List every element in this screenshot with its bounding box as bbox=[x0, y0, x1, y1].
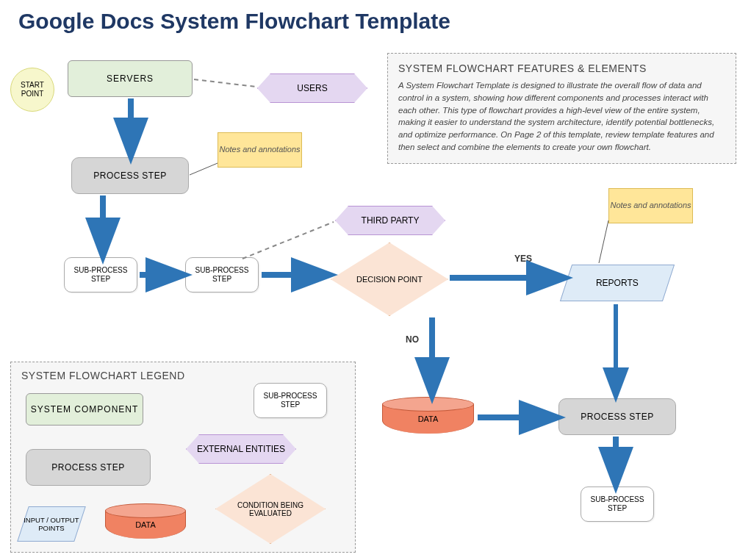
legend-data: DATA bbox=[105, 503, 186, 542]
info-body: A System Flowchart Template is designed … bbox=[398, 79, 725, 153]
no-label: NO bbox=[406, 334, 419, 345]
decision-node: DECISION POINT bbox=[331, 243, 448, 316]
info-title: SYSTEM FLOWCHART FEATURES & ELEMENTS bbox=[398, 61, 725, 76]
process-step-2: PROCESS STEP bbox=[558, 398, 676, 435]
legend-box: SYSTEM FLOWCHART LEGEND SYSTEM COMPONENT… bbox=[10, 362, 356, 553]
data-node: DATA bbox=[382, 397, 474, 437]
legend-process: PROCESS STEP bbox=[26, 449, 151, 486]
data-label: DATA bbox=[418, 414, 439, 423]
reports-node: REPORTS bbox=[566, 265, 669, 301]
process-step-1: PROCESS STEP bbox=[71, 157, 189, 194]
sub-process-1: SUB-PROCESS STEP bbox=[64, 257, 137, 292]
svg-line-3 bbox=[190, 163, 218, 175]
legend-cond-label: CONDITION BEING EVALUATED bbox=[216, 501, 325, 517]
info-box: SYSTEM FLOWCHART FEATURES & ELEMENTS A S… bbox=[387, 53, 736, 164]
yes-label: YES bbox=[514, 254, 532, 264]
decision-label: DECISION POINT bbox=[356, 275, 423, 284]
reports-label: REPORTS bbox=[596, 278, 639, 288]
legend-io-label: INPUT / OUTPUT POINTS bbox=[24, 516, 79, 533]
svg-line-6 bbox=[242, 222, 334, 259]
users-node: USERS bbox=[257, 73, 367, 103]
third-party-node: THIRD PARTY bbox=[335, 206, 445, 235]
third-party-label: THIRD PARTY bbox=[362, 215, 420, 226]
sub-process-2: SUB-PROCESS STEP bbox=[185, 257, 259, 292]
legend-external-entities: EXTERNAL ENTITIES bbox=[186, 434, 296, 464]
sub-process-3: SUB-PROCESS STEP bbox=[581, 487, 654, 522]
legend-ext-label: EXTERNAL ENTITIES bbox=[197, 444, 285, 454]
svg-line-10 bbox=[599, 220, 608, 263]
legend-sub-process: SUB-PROCESS STEP bbox=[254, 383, 327, 418]
legend-system-component: SYSTEM COMPONENT bbox=[26, 393, 143, 426]
start-point: START POINT bbox=[10, 68, 54, 112]
legend-decision: CONDITION BEING EVALUATED bbox=[215, 474, 326, 544]
legend-io: INPUT / OUTPUT POINTS bbox=[23, 506, 80, 542]
legend-title: SYSTEM FLOWCHART LEGEND bbox=[21, 370, 345, 381]
note-1: Notes and annotations bbox=[218, 132, 302, 168]
note-2: Notes and annotations bbox=[608, 188, 693, 223]
page-title: Google Docs System Flowchart Template bbox=[0, 0, 751, 34]
users-label: USERS bbox=[297, 83, 327, 93]
svg-line-1 bbox=[194, 79, 256, 87]
servers-node: SERVERS bbox=[68, 60, 193, 97]
legend-data-label: DATA bbox=[135, 520, 156, 529]
